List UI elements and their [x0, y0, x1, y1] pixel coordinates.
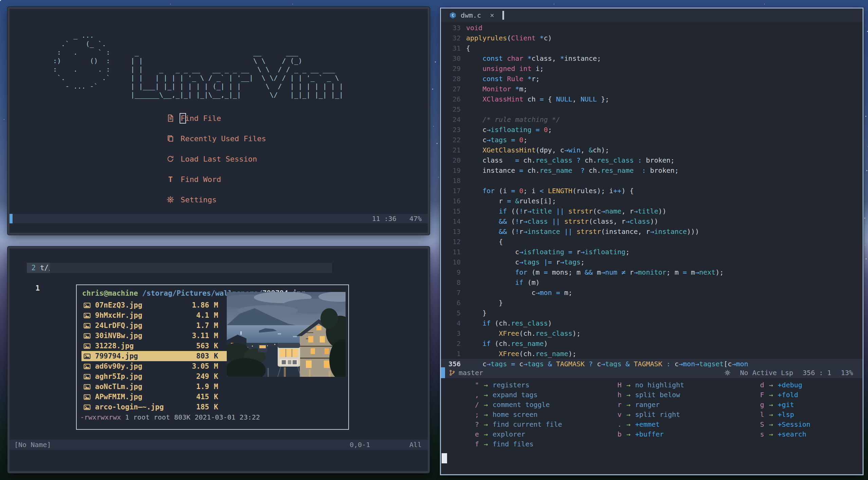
image-file-icon — [84, 313, 91, 318]
whichkey-binding[interactable]: r→ranger — [601, 400, 743, 409]
history-icon — [166, 155, 174, 163]
file-row[interactable]: 24LrDFQ.jpg1.7M — [81, 320, 238, 331]
whichkey-binding[interactable]: e→explorer — [458, 429, 601, 439]
file-row[interactable]: aghr5Ip.jpg249K — [81, 371, 238, 382]
whichkey-binding[interactable]: g→+git — [743, 400, 868, 409]
desktop: { "palette": { "window_bg": "#222734", "… — [0, 0, 868, 480]
file-row[interactable]: 799794.jpg803K — [81, 351, 238, 361]
statusline-ruler: 0,0-1 — [350, 440, 370, 450]
line-number: 5 — [441, 308, 466, 318]
file-size-unit: M — [214, 362, 218, 370]
menu-item-settings[interactable]: Settings — [166, 189, 266, 210]
file-size: 185 — [181, 403, 209, 411]
code-line: 23 c→isfloating = 0; — [441, 125, 863, 135]
line-number: 15 — [441, 206, 466, 216]
file-name: 24LrDFQ.jpg — [95, 321, 181, 330]
tab-bar: C dwm.c × — [441, 8, 863, 22]
line-number: 33 — [441, 23, 466, 33]
file-size: 563 — [181, 342, 209, 350]
file-size: 1.86 — [181, 301, 209, 309]
file-name: 9hMxcHr.jpg — [95, 311, 181, 319]
whichkey-binding[interactable]: H→no highlight — [601, 380, 743, 390]
whichkey-binding[interactable]: "→registers — [458, 380, 601, 390]
line-number: 1 — [36, 284, 40, 292]
lsp-status: No Active Lsp — [740, 369, 793, 377]
code-line: 1 XFree(ch.res_name); — [441, 349, 863, 359]
file-row[interactable]: 30iNVBw.jpg3.11M — [81, 331, 238, 341]
whichkey-binding[interactable]: ;→home screen — [458, 409, 601, 419]
whichkey-binding[interactable]: F→+fold — [743, 390, 868, 400]
file-row[interactable]: 31228.jpg563K — [81, 341, 238, 351]
line-number: 12 — [441, 237, 466, 247]
line-number: 11 — [441, 247, 466, 257]
line-number: 9 — [441, 267, 466, 277]
file-size-unit: M — [214, 301, 218, 309]
code-area[interactable]: 33void32applyrules(Client *c)31{30 const… — [441, 23, 863, 369]
menu-item-recent-files[interactable]: Recently Used Files — [166, 128, 266, 149]
file-icon — [166, 114, 174, 122]
image-file-icon — [84, 343, 91, 349]
terminal-statusline: [No Name] 0,0-1 All — [10, 440, 428, 450]
code-line: 22 c→tags = 0; — [441, 135, 863, 145]
whichkey-binding[interactable]: .→+emmet — [601, 419, 743, 429]
buffer-name: [No Name] — [10, 441, 51, 449]
whichkey-binding[interactable]: v→split right — [601, 409, 743, 419]
wallpaper-preview-image — [227, 292, 346, 377]
file-size: 3.05 — [181, 362, 209, 370]
line-number: 18 — [441, 176, 466, 186]
file-browser-popup: chris@machine /storag/Pictures/wallpaper… — [76, 284, 349, 430]
whichkey-binding[interactable]: h→split below — [601, 390, 743, 400]
code-line: 7 c→mon = m; — [441, 288, 863, 298]
image-file-icon — [84, 302, 91, 308]
menu-item-find-file[interactable]: Find File — [166, 108, 266, 128]
code-line: 15 if ((!r→title || strstr(c→name, r→tit… — [441, 206, 863, 216]
file-row[interactable]: 9hMxcHr.jpg4.1M — [81, 310, 238, 320]
line-number: 24 — [441, 114, 466, 125]
file-size-unit: K — [214, 393, 218, 401]
file-row[interactable]: arco-login—~.jpg185K — [81, 402, 238, 412]
whichkey-binding[interactable]: d→+debug — [743, 380, 868, 390]
line-number: 10 — [441, 257, 466, 267]
whichkey-binding[interactable]: b→+buffer — [601, 429, 743, 439]
code-line: 28 const Rule *r; — [441, 74, 863, 84]
whichkey-binding[interactable]: s→+search — [743, 429, 868, 439]
file-size-unit: M — [214, 383, 218, 391]
whichkey-binding[interactable]: f→find files — [458, 439, 601, 449]
file-row[interactable]: ad6v90y.jpg3.05M — [81, 361, 238, 371]
file-details: -rwxrwxrwx 1 root root 803K 2021-03-01 2… — [77, 413, 348, 421]
whichkey-binding[interactable]: S→+Session — [743, 419, 868, 429]
file-size: 1.9 — [181, 383, 209, 391]
file-row[interactable]: 07nEzQ3.jpg1.86M — [81, 300, 238, 310]
file-size-unit: M — [214, 321, 218, 330]
close-icon[interactable]: × — [490, 11, 494, 19]
file-size-unit: K — [214, 352, 218, 360]
buffer-line: 1 — [10, 263, 428, 273]
tab-dwm-c[interactable]: C dwm.c × — [441, 8, 499, 22]
user-host: chris@machine — [82, 289, 138, 297]
branch-name: master — [459, 369, 483, 377]
file-row[interactable]: APwFMIM.jpg415K — [81, 392, 238, 402]
menu-item-find-word[interactable]: T Find Word — [166, 169, 266, 189]
file-name: 07nEzQ3.jpg — [95, 301, 181, 309]
whichkey-binding[interactable]: ?→find current file — [458, 419, 601, 429]
statusline-scroll-percent: 47% — [409, 215, 422, 223]
whichkey-binding[interactable]: l→+lsp — [743, 409, 868, 419]
window-code-editor: C dwm.c × 33void32applyrules(Client *c)3… — [440, 7, 864, 475]
menu-item-load-session[interactable]: Load Last Session — [166, 149, 266, 169]
image-file-icon — [84, 333, 91, 339]
git-branch: master — [449, 369, 483, 377]
menu-item-label: Settings — [181, 196, 217, 204]
dashboard-cursor: F — [181, 114, 185, 123]
whichkey-binding[interactable]: ,→expand tags — [458, 390, 601, 400]
file-size: 4.1 — [181, 311, 209, 319]
svg-text:C: C — [452, 13, 454, 18]
whichkey-binding[interactable]: /→comment toggle — [458, 400, 601, 409]
code-line: 12 { — [441, 237, 863, 247]
menu-item-label: Recently Used Files — [181, 134, 266, 143]
code-line: 33void — [441, 23, 863, 33]
file-name: ad6v90y.jpg — [95, 362, 181, 370]
image-file-icon — [84, 374, 91, 380]
file-size: 1.7 — [181, 321, 209, 330]
file-row[interactable]: aoNcTLm.jpg1.9M — [81, 382, 238, 392]
line-number: 28 — [441, 74, 466, 84]
